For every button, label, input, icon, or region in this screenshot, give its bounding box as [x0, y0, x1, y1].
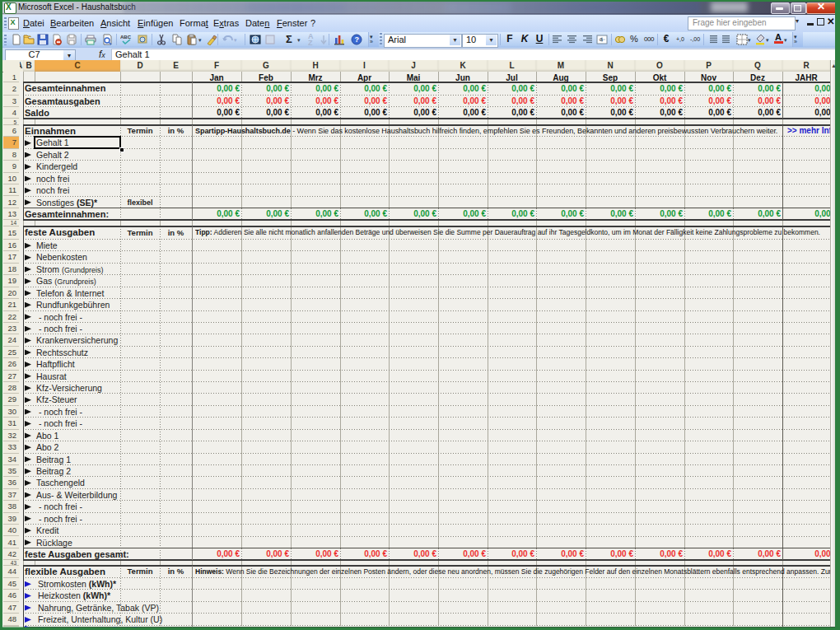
svg-text:ABC: ABC [120, 35, 132, 40]
svg-text:a: a [600, 36, 603, 42]
svg-text:?: ? [354, 35, 359, 44]
